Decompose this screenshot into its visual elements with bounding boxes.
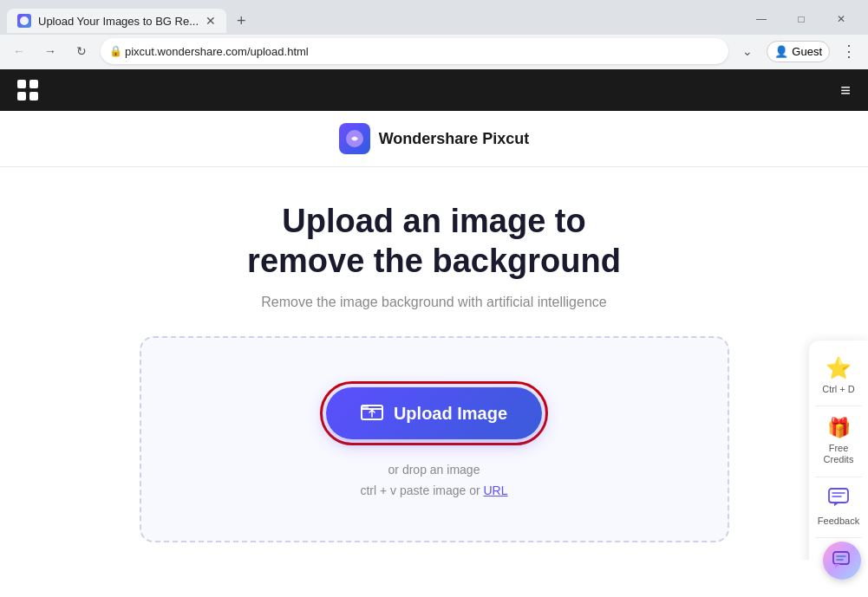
upload-button-label: Upload Image — [394, 404, 507, 424]
browser-menu-button[interactable]: ⋮ — [837, 39, 861, 63]
minimize-button[interactable]: — — [741, 7, 781, 31]
address-bar: ← → ↻ 🔒 ⌄ 👤 Guest ⋮ — [0, 35, 868, 69]
feedback-icon — [828, 488, 849, 512]
back-button[interactable]: ← — [7, 39, 31, 63]
tab-favicon — [17, 14, 31, 28]
profile-button[interactable]: 👤 Guest — [767, 41, 830, 62]
logo-icon — [17, 80, 38, 101]
sidebar-panel: ⭐ Ctrl + D 🎁 FreeCredits Feedback API AP… — [809, 341, 868, 560]
maximize-button[interactable]: □ — [781, 7, 821, 31]
new-tab-button[interactable]: + — [230, 9, 253, 34]
profile-icon: 👤 — [774, 45, 788, 58]
svg-rect-3 — [362, 406, 369, 409]
address-input[interactable] — [101, 38, 728, 64]
free-credits-label: FreeCredits — [824, 443, 854, 465]
hero-title-line1: Upload an image to — [282, 203, 585, 239]
sidebar-divider-1 — [815, 406, 862, 406]
address-wrapper: 🔒 — [101, 38, 728, 64]
page-body: Upload an image to remove the background… — [0, 167, 868, 560]
profile-label: Guest — [792, 45, 822, 58]
url-link[interactable]: URL — [484, 483, 508, 497]
pixcut-header: Wondershare Pixcut — [0, 111, 868, 167]
wondershare-logo[interactable] — [17, 80, 38, 101]
hero-title-line2: remove the background — [247, 243, 621, 279]
hero-title: Upload an image to remove the background — [247, 202, 621, 281]
tab-bar: Upload Your Images to BG Re... ✕ + — □ ✕ — [0, 0, 868, 35]
drop-text: or drop an image — [388, 463, 480, 477]
forward-button[interactable]: → — [38, 39, 62, 63]
window-controls: — □ ✕ — [741, 7, 868, 35]
active-tab[interactable]: Upload Your Images to BG Re... ✕ — [7, 9, 226, 33]
feedback-label: Feedback — [818, 516, 859, 527]
wondershare-header: ≡ — [0, 69, 868, 111]
upload-button-wrapper: Upload Image — [320, 381, 548, 445]
lock-icon: 🔒 — [109, 45, 122, 57]
svg-point-0 — [20, 16, 29, 25]
tab-title: Upload Your Images to BG Re... — [38, 15, 199, 28]
header-menu-button[interactable]: ≡ — [840, 81, 851, 101]
hero-subtitle: Remove the image background with artific… — [261, 295, 606, 310]
sidebar-divider-3 — [815, 537, 862, 538]
close-button[interactable]: ✕ — [821, 7, 861, 31]
browser-chrome: Upload Your Images to BG Re... ✕ + — □ ✕… — [0, 0, 868, 69]
sidebar-item-feedback[interactable]: Feedback — [809, 479, 868, 535]
paste-instruction: ctrl + v paste image or — [360, 483, 480, 497]
paste-text: ctrl + v paste image or URL — [360, 483, 507, 497]
star-icon: ⭐ — [826, 356, 852, 380]
chat-icon — [832, 551, 852, 560]
sidebar-divider-2 — [815, 477, 862, 477]
tab-close-button[interactable]: ✕ — [206, 14, 216, 28]
pixcut-logo-icon — [339, 123, 370, 154]
sidebar-item-free-credits[interactable]: 🎁 FreeCredits — [809, 408, 868, 474]
tab-search-button[interactable]: ⌄ — [735, 39, 760, 63]
upload-area: Upload Image or drop an image ctrl + v p… — [140, 336, 729, 542]
upload-folder-icon — [361, 401, 383, 425]
bookmark-label: Ctrl + D — [822, 384, 855, 395]
pixcut-title: Wondershare Pixcut — [379, 130, 530, 148]
gift-icon: 🎁 — [827, 417, 851, 439]
sidebar-item-bookmark[interactable]: ⭐ Ctrl + D — [809, 347, 868, 404]
upload-image-button[interactable]: Upload Image — [326, 387, 542, 439]
svg-rect-4 — [829, 489, 848, 503]
main-content: Upload an image to remove the background… — [0, 167, 868, 560]
reload-button[interactable]: ↻ — [69, 39, 94, 63]
